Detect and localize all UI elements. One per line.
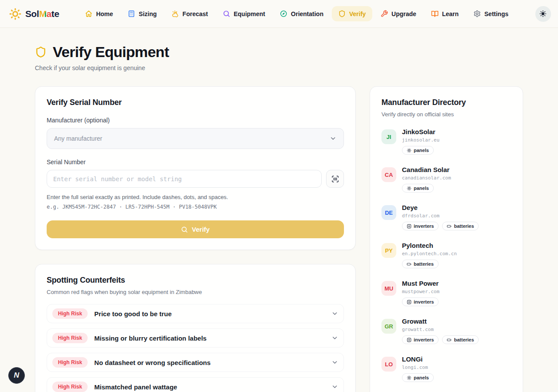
gear-icon xyxy=(473,10,481,17)
nav-item-sizing[interactable]: Sizing xyxy=(121,6,163,21)
sun-icon xyxy=(407,186,412,191)
serial-number-input[interactable] xyxy=(47,170,322,188)
nav-item-equipment[interactable]: Equipment xyxy=(216,6,272,21)
counterfeits-title: Spotting Counterfeits xyxy=(47,276,344,285)
verify-button-label: Verify xyxy=(192,226,210,233)
manufacturer-domain: canadiansolar.com xyxy=(402,175,451,181)
nav-label: Upgrade xyxy=(391,10,416,17)
manufacturer-domain: jinkosolar.eu xyxy=(402,137,439,143)
nav-label: Settings xyxy=(484,10,508,17)
tag-batteries: batteries xyxy=(442,335,479,344)
sun-icon xyxy=(407,148,412,153)
page-subtitle: Check if your solar equipment is genuine xyxy=(35,64,523,71)
counterfeit-row-labels[interactable]: High Risk Missing or blurry certificatio… xyxy=(47,328,344,348)
barcode-scan-icon xyxy=(331,175,339,183)
home-icon xyxy=(85,10,92,17)
counterfeit-row-wattage[interactable]: High Risk Mismatched panel wattage xyxy=(47,377,344,392)
nav-item-verify[interactable]: Verify xyxy=(332,6,372,21)
nav-item-forecast[interactable]: Forecast xyxy=(165,6,214,21)
nav-label: Forecast xyxy=(183,10,208,17)
manufacturer-row-deye[interactable]: DE Deye dfrdsolar.com inverters xyxy=(381,204,511,230)
manufacturer-row-pylontech[interactable]: PY Pylontech en.pylontech.com.cn batteri… xyxy=(381,242,511,268)
dev-badge-label: N xyxy=(14,371,19,380)
tag-panels: panels xyxy=(402,373,434,382)
avatar: JI xyxy=(381,129,396,144)
risk-badge: High Risk xyxy=(52,382,88,392)
nav-label: Sizing xyxy=(139,10,157,17)
sun-theme-icon xyxy=(539,10,547,17)
manufacturer-name: JinkoSolar xyxy=(402,128,439,135)
nav-item-home[interactable]: Home xyxy=(78,6,119,21)
serial-examples-text: e.g. JKM545M-72HC-2847 · LR5-72HPH-545M … xyxy=(47,204,344,210)
tag-batteries: batteries xyxy=(402,260,439,268)
counterfeit-row-title: Price too good to be true xyxy=(94,310,325,318)
nav-item-settings[interactable]: Settings xyxy=(467,6,515,21)
search-icon xyxy=(181,226,188,233)
counterfeit-row-price[interactable]: High Risk Price too good to be true xyxy=(47,304,344,323)
shield-icon xyxy=(338,10,346,17)
risk-badge: High Risk xyxy=(52,357,88,368)
search-icon xyxy=(223,10,230,17)
cloud-sun-icon xyxy=(172,10,179,17)
manufacturer-domain: mustpower.com xyxy=(402,289,439,294)
chevron-down-icon xyxy=(331,383,338,390)
nav-item-upgrade[interactable]: Upgrade xyxy=(374,6,423,21)
battery-icon xyxy=(447,224,452,229)
nav-label: Orientation xyxy=(291,10,323,17)
main-nav: Home Sizing Forecast Equipment Orientati… xyxy=(78,6,515,21)
tag-inverters: inverters xyxy=(402,335,439,344)
compass-icon xyxy=(280,10,287,17)
counterfeit-row-datasheet[interactable]: High Risk No datasheet or wrong specific… xyxy=(47,353,344,372)
nav-item-learn[interactable]: Learn xyxy=(425,6,465,21)
theme-toggle-button[interactable] xyxy=(535,6,551,22)
tag-inverters: inverters xyxy=(402,222,439,230)
nav-label: Home xyxy=(96,10,113,17)
manufacturer-row-longi[interactable]: LO LONGi longi.com panels xyxy=(381,355,511,382)
counterfeit-row-title: No datasheet or wrong specifications xyxy=(94,359,325,366)
dev-badge-button[interactable]: N xyxy=(8,367,25,384)
tag-label: panels xyxy=(414,186,429,191)
sun-icon xyxy=(407,375,412,380)
counterfeit-row-title: Missing or blurry certification labels xyxy=(94,335,325,342)
battery-icon xyxy=(447,338,452,342)
wrench-icon xyxy=(381,10,388,17)
chevron-down-icon xyxy=(331,359,338,366)
nav-label: Equipment xyxy=(234,10,265,17)
brand-logo[interactable]: SolMate xyxy=(6,6,62,22)
tag-label: batteries xyxy=(454,337,474,342)
tag-label: panels xyxy=(414,148,429,153)
counterfeit-row-title: Mismatched panel wattage xyxy=(94,383,325,391)
manufacturer-domain: longi.com xyxy=(402,365,434,370)
manufacturer-name: Must Power xyxy=(402,280,439,287)
tag-panels: panels xyxy=(402,184,434,193)
tag-label: inverters xyxy=(414,299,434,304)
inverter-icon xyxy=(407,338,412,342)
tag-label: inverters xyxy=(414,223,434,229)
manufacturer-label: Manufacturer (optional) xyxy=(47,117,344,124)
manufacturer-row-growatt[interactable]: GR Growatt growatt.com inverters xyxy=(381,318,511,344)
scan-barcode-button[interactable] xyxy=(326,170,344,188)
tag-label: panels xyxy=(414,375,429,380)
tag-inverters: inverters xyxy=(402,297,439,306)
risk-badge: High Risk xyxy=(52,333,88,343)
manufacturer-directory-card: Manufacturer Directory Verify directly o… xyxy=(370,86,523,392)
avatar: DE xyxy=(381,205,396,220)
manufacturer-name: Growatt xyxy=(402,318,479,325)
chevron-down-icon xyxy=(331,310,338,317)
counterfeit-list: High Risk Price too good to be true High… xyxy=(47,304,344,392)
manufacturer-row-canadian-solar[interactable]: CA Canadian Solar canadiansolar.com pane… xyxy=(381,166,511,193)
manufacturer-row-jinkosolar[interactable]: JI JinkoSolar jinkosolar.eu panels xyxy=(381,128,511,155)
avatar: PY xyxy=(381,243,396,258)
tag-panels: panels xyxy=(402,146,434,155)
avatar: CA xyxy=(381,167,396,182)
spotting-counterfeits-card: Spotting Counterfeits Common red flags w… xyxy=(35,264,356,392)
nav-item-orientation[interactable]: Orientation xyxy=(273,6,330,21)
verify-card-title: Verify Serial Number xyxy=(47,98,344,107)
manufacturer-row-must-power[interactable]: MU Must Power mustpower.com inverters xyxy=(381,280,511,306)
manufacturer-select[interactable]: Any manufacturer xyxy=(47,128,344,149)
top-bar: SolMate Home Sizing Forecast Equipment xyxy=(0,0,558,28)
verify-serial-card: Verify Serial Number Manufacturer (optio… xyxy=(35,86,356,250)
counterfeits-subtitle: Common red flags when buying solar equip… xyxy=(47,289,344,295)
manufacturer-name: Canadian Solar xyxy=(402,166,451,173)
verify-button[interactable]: Verify xyxy=(47,220,344,238)
